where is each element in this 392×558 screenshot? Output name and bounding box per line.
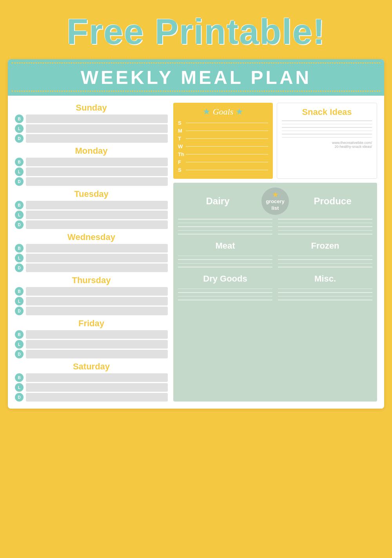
- grocery-input-line[interactable]: [178, 230, 272, 231]
- meal-input-line[interactable]: [26, 350, 168, 358]
- grocery-input-line[interactable]: [278, 230, 372, 231]
- meal-row: B: [15, 373, 168, 382]
- grocery-input-line[interactable]: [278, 234, 372, 234]
- meal-row: B: [15, 244, 168, 253]
- snack-input-line[interactable]: [282, 134, 372, 135]
- dry-goods-lines: [178, 289, 272, 300]
- day-section-sunday: SundayBLD: [15, 103, 168, 143]
- grocery-input-line[interactable]: [278, 259, 372, 260]
- meal-rows-wednesday: BLD: [15, 244, 168, 272]
- dry-misc-lines-grid: [178, 289, 372, 300]
- meal-input-line[interactable]: [26, 340, 168, 349]
- day-section-monday: MondayBLD: [15, 146, 168, 186]
- meal-row: D: [15, 393, 168, 402]
- grocery-input-line[interactable]: [278, 292, 372, 293]
- goals-input-line[interactable]: [186, 146, 268, 147]
- snack-input-line[interactable]: [282, 137, 372, 138]
- meal-input-line[interactable]: [26, 297, 168, 305]
- grocery-input-line[interactable]: [178, 263, 272, 264]
- grocery-input-line[interactable]: [178, 292, 272, 293]
- meal-badge-l: L: [15, 383, 24, 392]
- meal-badge-b: B: [15, 115, 24, 123]
- meal-input-line[interactable]: [26, 211, 168, 219]
- meal-input-line[interactable]: [26, 201, 168, 209]
- page-wrapper: Free Printable! WEEKLY MEAL PLAN SundayB…: [8, 8, 384, 409]
- grocery-input-line[interactable]: [178, 223, 272, 224]
- goals-rows: SMTWThFS: [178, 120, 268, 173]
- grocery-input-line[interactable]: [278, 296, 372, 297]
- meat-label: Meat: [178, 241, 272, 251]
- day-section-thursday: ThursdayBLD: [15, 275, 168, 315]
- goals-row: T: [178, 136, 268, 142]
- day-name-friday: Friday: [15, 318, 168, 329]
- meal-input-line[interactable]: [26, 124, 168, 133]
- meat-frozen-grid: Meat Frozen: [178, 241, 372, 254]
- grocery-input-line[interactable]: [178, 256, 272, 256]
- meal-input-line[interactable]: [26, 287, 168, 296]
- frozen-label: Frozen: [278, 241, 372, 251]
- right-column: ★ Goals ★ SMTWThFS Snack Ideas www.thecr…: [173, 103, 377, 402]
- meal-badge-b: B: [15, 158, 24, 166]
- grocery-input-line[interactable]: [178, 289, 272, 289]
- meal-rows-sunday: BLD: [15, 115, 168, 143]
- meal-input-line[interactable]: [26, 244, 168, 253]
- grocery-input-line[interactable]: [278, 267, 372, 267]
- grocery-input-line[interactable]: [178, 300, 272, 300]
- goals-box: ★ Goals ★ SMTWThFS: [173, 103, 273, 179]
- grocery-badge: ★ grocerylist: [261, 187, 289, 215]
- meat-lines: [178, 256, 272, 267]
- meal-input-line[interactable]: [26, 393, 168, 402]
- grocery-input-line[interactable]: [178, 234, 272, 234]
- meal-badge-b: B: [15, 373, 24, 382]
- meal-input-line[interactable]: [26, 177, 168, 186]
- meal-input-line[interactable]: [26, 167, 168, 176]
- meal-input-line[interactable]: [26, 220, 168, 229]
- snack-input-line[interactable]: [282, 124, 372, 125]
- grocery-input-line[interactable]: [178, 296, 272, 297]
- meal-input-line[interactable]: [26, 373, 168, 382]
- snack-input-line[interactable]: [282, 131, 372, 131]
- grocery-input-line[interactable]: [178, 219, 272, 220]
- meal-row: L: [15, 124, 168, 133]
- day-name-tuesday: Tuesday: [15, 189, 168, 199]
- grocery-input-line[interactable]: [278, 263, 372, 264]
- grocery-input-line[interactable]: [178, 267, 272, 267]
- meal-badge-b: B: [15, 330, 24, 339]
- grocery-input-line[interactable]: [278, 256, 372, 256]
- left-column: SundayBLDMondayBLDTuesdayBLDWednesdayBLD…: [15, 103, 168, 402]
- snack-input-line[interactable]: [282, 127, 372, 128]
- goals-input-line[interactable]: [186, 131, 268, 131]
- dairy-produce-grid: [178, 219, 372, 234]
- meal-row: L: [15, 297, 168, 305]
- day-name-thursday: Thursday: [15, 275, 168, 285]
- grocery-input-line[interactable]: [278, 300, 372, 300]
- meal-input-line[interactable]: [26, 134, 168, 143]
- meal-badge-b: B: [15, 244, 24, 253]
- snack-input-line[interactable]: [282, 120, 372, 121]
- meal-input-line[interactable]: [26, 115, 168, 123]
- grocery-input-line[interactable]: [278, 219, 372, 220]
- meal-input-line[interactable]: [26, 383, 168, 392]
- star-icon-left: ★: [203, 107, 211, 116]
- meal-badge-b: B: [15, 201, 24, 209]
- goals-input-line[interactable]: [186, 123, 268, 124]
- goals-input-line[interactable]: [186, 138, 268, 139]
- grocery-input-line[interactable]: [278, 289, 372, 289]
- goals-input-line[interactable]: [186, 162, 268, 163]
- meal-input-line[interactable]: [26, 254, 168, 262]
- meal-input-line[interactable]: [26, 264, 168, 272]
- meal-badge-l: L: [15, 211, 24, 219]
- meal-input-line[interactable]: [26, 330, 168, 339]
- goals-input-line[interactable]: [186, 154, 268, 155]
- meal-input-line[interactable]: [26, 307, 168, 315]
- meal-row: B: [15, 158, 168, 166]
- goals-input-line[interactable]: [186, 170, 268, 171]
- meal-row: D: [15, 134, 168, 143]
- produce-label: Produce: [293, 196, 372, 207]
- grocery-input-line[interactable]: [278, 223, 372, 224]
- grocery-input-line[interactable]: [178, 259, 272, 260]
- grocery-input-line[interactable]: [278, 226, 372, 227]
- meal-input-line[interactable]: [26, 158, 168, 166]
- grocery-input-line[interactable]: [178, 226, 272, 227]
- misc-label: Misc.: [278, 274, 372, 284]
